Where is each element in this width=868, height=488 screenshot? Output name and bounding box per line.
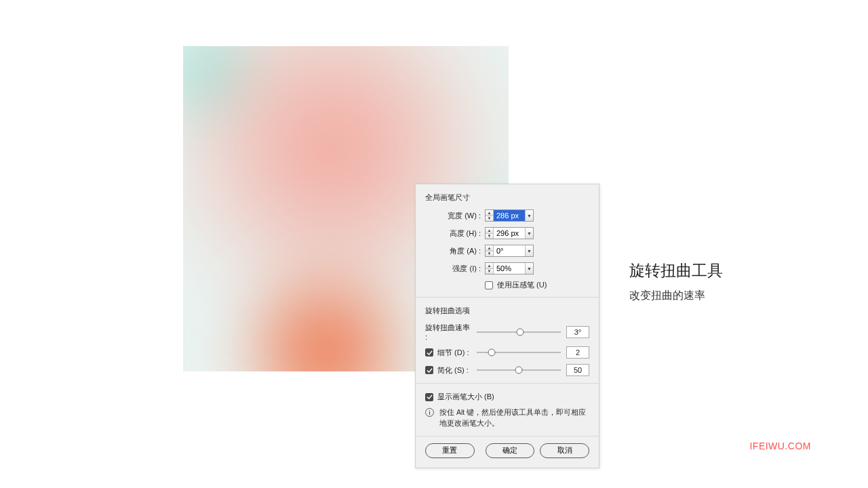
twirl-rate-label: 旋转扭曲速率 : xyxy=(425,323,474,341)
slider-thumb[interactable] xyxy=(517,328,524,336)
chevron-down-icon[interactable]: ▼ xyxy=(525,210,533,221)
angle-input[interactable] xyxy=(494,245,525,256)
pressure-pen-row: 使用压感笔 (U) xyxy=(425,280,589,290)
simplify-value[interactable]: 50 xyxy=(566,364,589,376)
stepper-down-icon[interactable]: ▼ xyxy=(486,234,493,239)
footer-section: 显示画笔大小 (B) i 按住 Alt 键，然后使用该工具单击，即可相应地更改画… xyxy=(416,384,599,436)
chevron-down-icon[interactable]: ▼ xyxy=(525,228,533,239)
twirl-tool-options-dialog: 全局画笔尺寸 宽度 (W) : ▲ ▼ ▼ 高度 (H) : ▲ ▼ ▼ xyxy=(415,184,599,468)
intensity-label: 强度 (I) : xyxy=(425,264,485,274)
chevron-down-icon[interactable]: ▼ xyxy=(525,245,533,256)
simplify-checkbox[interactable] xyxy=(425,366,433,374)
pressure-pen-label[interactable]: 使用压感笔 (U) xyxy=(497,280,547,290)
twirl-rate-slider[interactable] xyxy=(477,327,561,337)
simplify-label[interactable]: 简化 (S) : xyxy=(437,365,469,375)
width-stepper[interactable]: ▲ ▼ ▼ xyxy=(485,209,534,222)
tip-row: i 按住 Alt 键，然后使用该工具单击，即可相应地更改画笔大小。 xyxy=(425,407,589,429)
slider-thumb[interactable] xyxy=(515,367,523,374)
height-label: 高度 (H) : xyxy=(425,228,485,239)
detail-label[interactable]: 细节 (D) : xyxy=(437,348,469,358)
slider-thumb[interactable] xyxy=(488,349,496,357)
twirl-rate-row: 旋转扭曲速率 : 3° xyxy=(425,323,589,341)
page-subtitle: 改变扭曲的速率 xyxy=(629,289,705,303)
chevron-down-icon[interactable]: ▼ xyxy=(525,263,533,274)
twirl-options-section: 旋转扭曲选项 旋转扭曲速率 : 3° 细节 (D) : 2 xyxy=(416,298,599,384)
simplify-row: 简化 (S) : 50 xyxy=(425,364,589,376)
stepper-up-icon[interactable]: ▲ xyxy=(486,228,493,234)
twirl-rate-value[interactable]: 3° xyxy=(566,326,589,338)
intensity-input[interactable] xyxy=(494,263,525,274)
section-title: 旋转扭曲选项 xyxy=(425,306,589,316)
stepper-up-icon[interactable]: ▲ xyxy=(486,263,493,269)
ok-button[interactable]: 确定 xyxy=(486,443,535,458)
stepper-down-icon[interactable]: ▼ xyxy=(486,216,493,222)
stepper-up-icon[interactable]: ▲ xyxy=(486,245,493,251)
info-icon: i xyxy=(425,408,434,417)
watermark: IFEIWU.COM xyxy=(749,441,811,451)
detail-row: 细节 (D) : 2 xyxy=(425,346,589,359)
stepper-down-icon[interactable]: ▼ xyxy=(486,269,493,274)
height-row: 高度 (H) : ▲ ▼ ▼ xyxy=(425,227,589,239)
width-label: 宽度 (W) : xyxy=(425,211,485,221)
cancel-button[interactable]: 取消 xyxy=(540,443,589,458)
angle-stepper[interactable]: ▲ ▼ ▼ xyxy=(485,245,534,257)
intensity-stepper[interactable]: ▲ ▼ ▼ xyxy=(485,262,534,274)
show-brush-checkbox[interactable] xyxy=(425,393,433,401)
angle-label: 角度 (A) : xyxy=(425,246,485,256)
detail-slider[interactable] xyxy=(477,348,561,357)
simplify-slider[interactable] xyxy=(477,365,561,375)
height-stepper[interactable]: ▲ ▼ ▼ xyxy=(485,227,534,239)
detail-value[interactable]: 2 xyxy=(566,346,589,359)
show-brush-label[interactable]: 显示画笔大小 (B) xyxy=(437,392,494,402)
tip-text: 按住 Alt 键，然后使用该工具单击，即可相应地更改画笔大小。 xyxy=(439,407,589,429)
width-input[interactable] xyxy=(494,210,525,221)
reset-button[interactable]: 重置 xyxy=(425,443,475,458)
global-brush-section: 全局画笔尺寸 宽度 (W) : ▲ ▼ ▼ 高度 (H) : ▲ ▼ ▼ xyxy=(416,184,599,298)
intensity-row: 强度 (I) : ▲ ▼ ▼ xyxy=(425,262,589,274)
page-title: 旋转扭曲工具 xyxy=(629,260,723,281)
width-row: 宽度 (W) : ▲ ▼ ▼ xyxy=(425,209,589,222)
show-brush-row: 显示画笔大小 (B) xyxy=(425,392,589,402)
angle-row: 角度 (A) : ▲ ▼ ▼ xyxy=(425,245,589,257)
dialog-buttons: 重置 确定 取消 xyxy=(416,436,599,468)
section-title: 全局画笔尺寸 xyxy=(425,192,589,203)
detail-checkbox[interactable] xyxy=(425,348,433,357)
height-input[interactable] xyxy=(494,228,525,239)
pressure-pen-checkbox[interactable] xyxy=(485,281,493,289)
stepper-up-icon[interactable]: ▲ xyxy=(486,210,493,216)
stepper-down-icon[interactable]: ▼ xyxy=(486,251,493,257)
